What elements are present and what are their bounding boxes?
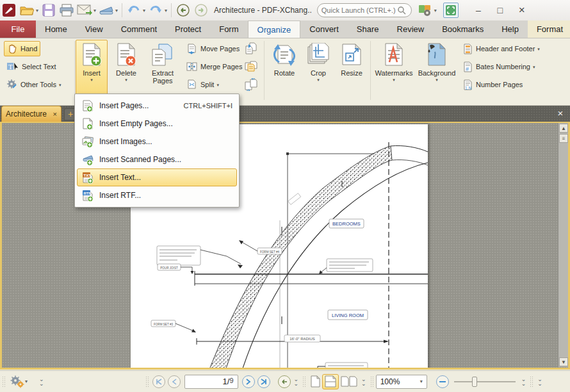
insert-pages-menu-icon: [81, 100, 95, 112]
zoom-slider[interactable]: [454, 381, 516, 382]
tab-help[interactable]: Help: [493, 20, 528, 38]
scroll-up-icon[interactable]: ▲: [559, 124, 568, 133]
replace-pages-button[interactable]: [243, 59, 259, 74]
move-pages-icon: [186, 44, 197, 54]
number-pages-button[interactable]: 1.N Number Pages: [460, 77, 526, 92]
redo-caret[interactable]: ▾: [165, 8, 167, 13]
print-button[interactable]: [58, 2, 75, 19]
save-button[interactable]: [40, 2, 57, 19]
expand-toolbar-button[interactable]: ⌄⌄: [37, 374, 46, 389]
vertical-scrollbar[interactable]: ▲ ≡ ▼: [558, 123, 568, 367]
menu-item-insert-rtf[interactable]: RTF Insert RTF...: [77, 186, 237, 204]
single-page-layout-button[interactable]: [308, 374, 322, 389]
tab-convert[interactable]: Convert: [300, 20, 348, 38]
email-caret[interactable]: ▾: [94, 8, 96, 13]
menu-item-insert-scanned-pages[interactable]: Insert Scanned Pages...: [77, 151, 237, 168]
zoom-out-button[interactable]: [436, 375, 449, 388]
view-back-button[interactable]: [278, 375, 291, 388]
nav-handle[interactable]: [145, 376, 149, 388]
other-tools-button[interactable]: Other Tools ▾: [4, 77, 65, 92]
quick-launch-box[interactable]: [317, 3, 412, 17]
scroll-down-icon[interactable]: ▼: [559, 357, 568, 366]
move-pages-button[interactable]: Move Pages: [183, 41, 243, 56]
scan-caret[interactable]: ▾: [115, 8, 118, 13]
resize-button[interactable]: Resize: [336, 40, 368, 95]
swap-pages-button[interactable]: [243, 77, 259, 92]
title-bar: ▾ ▾ ▾ ▾ ▾ Architecture - PDF-XChang..: [0, 0, 570, 20]
tab-protect[interactable]: Protect: [166, 20, 210, 38]
statusbar-options-caret[interactable]: ▾: [25, 379, 28, 384]
statusbar-options-button[interactable]: ▾: [8, 374, 31, 389]
statusbar-handle[interactable]: [2, 376, 6, 388]
tab-share[interactable]: Share: [348, 20, 388, 38]
crop-caret: ▾: [317, 78, 320, 83]
split-button[interactable]: Split ▾: [183, 77, 222, 92]
hand-tool-button[interactable]: Hand: [4, 41, 40, 56]
page-number-input[interactable]: 1/9: [184, 375, 238, 389]
extract-pages-button[interactable]: Extract Pages: [145, 40, 181, 95]
view-history-expand-button[interactable]: ⌄⌄: [292, 374, 301, 389]
tab-bookmarks[interactable]: Bookmarks: [433, 20, 493, 38]
crop-button[interactable]: Crop ▾: [304, 40, 333, 95]
tab-review[interactable]: Review: [388, 20, 434, 38]
redo-button[interactable]: [147, 2, 164, 19]
zoom-slider-handle[interactable]: [472, 377, 477, 387]
last-page-button[interactable]: [257, 375, 270, 388]
statusbar-overflow-button[interactable]: ⌄⌄: [535, 374, 544, 389]
tab-home[interactable]: Home: [36, 20, 76, 38]
duplicate-pages-button[interactable]: [243, 41, 259, 56]
scan-button[interactable]: [98, 2, 115, 19]
menu-item-insert-text[interactable]: TXT Insert Text...: [77, 168, 237, 186]
scrollbar-options-icon[interactable]: ≡: [559, 134, 568, 143]
delete-button[interactable]: Delete ▾: [110, 40, 142, 95]
open-file-button[interactable]: [19, 2, 35, 19]
next-page-button[interactable]: [242, 375, 255, 388]
fit-width-layout-button[interactable]: [322, 374, 339, 389]
zoom-handle[interactable]: [370, 376, 374, 388]
minimize-button[interactable]: –: [468, 2, 489, 19]
customize-ui-button[interactable]: [417, 2, 434, 19]
customize-ui-caret[interactable]: ▾: [434, 8, 437, 13]
undo-caret[interactable]: ▾: [143, 8, 145, 13]
menu-item-insert-pages[interactable]: Insert Pages... CTRL+SHIFT+I: [77, 97, 237, 115]
watermarks-button[interactable]: Watermarks ▾: [374, 40, 414, 95]
previous-page-button[interactable]: [168, 375, 181, 388]
rotate-button[interactable]: Rotate: [268, 40, 301, 95]
fullscreen-button[interactable]: [443, 3, 459, 18]
undo-button[interactable]: [126, 2, 142, 19]
close-document-icon[interactable]: ×: [553, 107, 567, 120]
document-tab-architecture[interactable]: Architecture ×: [1, 106, 61, 122]
maximize-button[interactable]: □: [489, 2, 511, 19]
menu-item-insert-empty-pages[interactable]: Insert Empty Pages...: [77, 115, 237, 133]
tab-format[interactable]: Format: [528, 20, 570, 38]
first-page-button[interactable]: [152, 375, 165, 388]
header-footer-button[interactable]: Header and Footer ▾: [460, 41, 543, 56]
document-tab-close-icon[interactable]: ×: [53, 110, 57, 118]
zoom-level-select[interactable]: 100% ▾: [376, 375, 427, 389]
open-caret[interactable]: ▾: [36, 8, 38, 13]
right-handle[interactable]: [530, 376, 533, 388]
back-button[interactable]: [175, 2, 191, 19]
tab-comment[interactable]: Comment: [112, 20, 166, 38]
insert-button[interactable]: Insert ▾: [76, 40, 108, 95]
quick-launch-input[interactable]: [322, 6, 397, 14]
layout-handle[interactable]: [302, 376, 306, 388]
background-button[interactable]: Background ▾: [416, 40, 457, 95]
menu-bar: File Home View Comment Protect Form Orga…: [0, 20, 570, 38]
menu-item-insert-images[interactable]: Insert Images...: [77, 133, 237, 151]
zoom-more-button[interactable]: ⌄⌄: [519, 374, 528, 389]
double-chevron-down-icon-3: ⌄⌄: [361, 377, 366, 386]
two-page-layout-button[interactable]: [339, 374, 359, 389]
tab-form[interactable]: Form: [210, 20, 247, 38]
select-text-button[interactable]: T Select Text: [4, 59, 60, 74]
tab-view[interactable]: View: [76, 20, 112, 38]
merge-pages-button[interactable]: Merge Pages: [183, 59, 245, 74]
email-button[interactable]: [76, 2, 93, 19]
bates-numbering-button[interactable]: # Bates Numbering ▾: [460, 59, 539, 74]
close-button[interactable]: ×: [511, 2, 533, 19]
tab-organize[interactable]: Organize: [248, 20, 301, 38]
tab-file[interactable]: File: [0, 20, 36, 38]
layout-more-button[interactable]: ⌄⌄: [359, 374, 368, 389]
forward-button[interactable]: [193, 2, 209, 19]
extract-pages-icon: [150, 43, 175, 67]
